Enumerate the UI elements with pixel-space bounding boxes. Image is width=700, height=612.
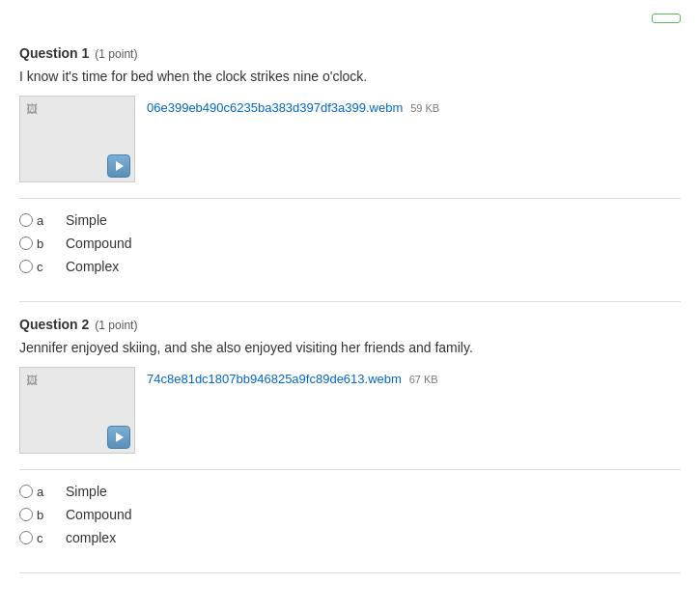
media-container-2: 🖼 74c8e81dc1807bb946825a9fc89de613.webm …: [19, 367, 681, 454]
media-info-2: 74c8e81dc1807bb946825a9fc89de613.webm 67…: [147, 367, 438, 386]
option-text-2c: complex: [66, 530, 116, 545]
answer-option-2b: b Compound: [19, 507, 681, 522]
radio-q1b[interactable]: [19, 236, 33, 250]
video-thumbnail-1: 🖼: [19, 96, 135, 182]
divider-1: [19, 198, 681, 199]
option-text-1a: Simple: [66, 212, 107, 228]
answer-option-1c: c Complex: [19, 259, 681, 274]
option-letter-1b: b: [37, 236, 46, 251]
video-thumbnail-2: 🖼: [19, 367, 135, 454]
radio-q1c[interactable]: [19, 260, 33, 273]
top-bar: [19, 10, 681, 31]
question-text-2: Jennifer enjoyed skiing, and she also en…: [19, 340, 681, 355]
option-letter-2a: a: [37, 485, 46, 499]
question-text-1: I know it's time for bed when the clock …: [19, 69, 681, 84]
play-button-2[interactable]: [107, 426, 130, 449]
divider-2: [19, 469, 681, 470]
broken-image-icon-1: 🖼: [26, 102, 42, 118]
option-text-2b: Compound: [66, 507, 132, 522]
question-number-2: Question 2: [19, 317, 89, 332]
filesize-1: 59 KB: [410, 102, 439, 114]
answer-option-1a: a Simple: [19, 212, 681, 228]
question-points-1: (1 point): [95, 47, 137, 61]
option-letter-1a: a: [37, 213, 46, 228]
answer-options-2: a Simple b Compound c complex: [19, 484, 681, 545]
option-text-1c: Complex: [66, 259, 119, 274]
top-button[interactable]: [652, 14, 681, 23]
page-container: Question 1 (1 point) I know it's time fo…: [0, 0, 700, 593]
radio-q2c[interactable]: [19, 531, 33, 544]
question-block-1: Question 1 (1 point) I know it's time fo…: [19, 31, 681, 302]
option-text-2a: Simple: [66, 484, 107, 499]
media-info-1: 06e399eb490c6235ba383d397df3a399.webm 59…: [147, 96, 439, 115]
radio-q2a[interactable]: [19, 485, 33, 498]
question-block-2: Question 2 (1 point) Jennifer enjoyed sk…: [19, 302, 681, 573]
answer-option-1b: b Compound: [19, 236, 681, 251]
question-header-2: Question 2 (1 point): [19, 317, 681, 332]
media-container-1: 🖼 06e399eb490c6235ba383d397df3a399.webm …: [19, 96, 681, 182]
option-text-1b: Compound: [66, 236, 132, 251]
play-button-1[interactable]: [107, 154, 130, 178]
radio-q2b[interactable]: [19, 508, 33, 521]
radio-q1a[interactable]: [19, 213, 33, 227]
answer-option-2c: c complex: [19, 530, 681, 545]
option-letter-2b: b: [37, 508, 46, 522]
question-header-1: Question 1 (1 point): [19, 45, 681, 61]
question-points-2: (1 point): [95, 319, 137, 332]
play-triangle-1: [116, 161, 124, 171]
filename-1[interactable]: 06e399eb490c6235ba383d397df3a399.webm: [147, 100, 403, 115]
broken-image-icon-2: 🖼: [26, 374, 42, 389]
answer-option-2a: a Simple: [19, 484, 681, 499]
option-letter-2c: c: [37, 531, 46, 545]
filesize-2: 67 KB: [409, 374, 438, 385]
question-number-1: Question 1: [19, 45, 89, 61]
answer-options-1: a Simple b Compound c Complex: [19, 212, 681, 274]
option-letter-1c: c: [37, 260, 46, 274]
filename-2[interactable]: 74c8e81dc1807bb946825a9fc89de613.webm: [147, 372, 402, 386]
play-triangle-2: [116, 432, 124, 442]
